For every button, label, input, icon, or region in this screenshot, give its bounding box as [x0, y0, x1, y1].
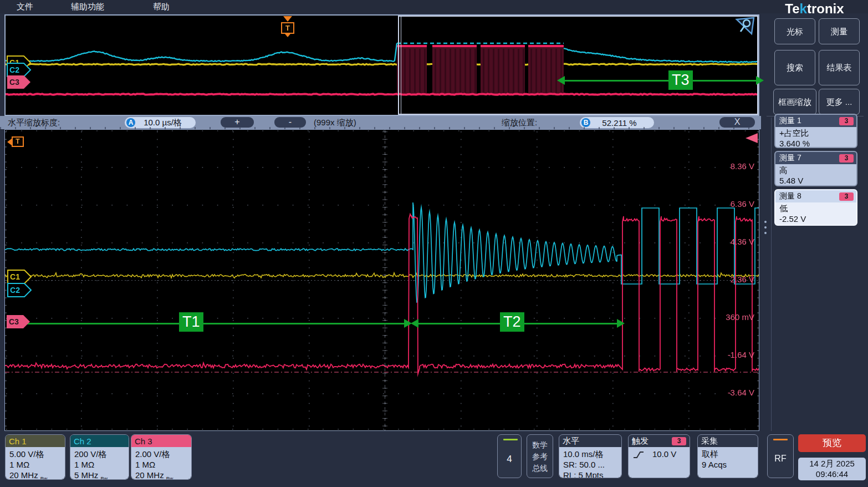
sidebar-button-1[interactable]: 测量 [819, 18, 860, 44]
channel-marker-c2[interactable]: C2 [7, 283, 33, 297]
trigger-position-marker[interactable]: T [279, 16, 296, 37]
measurement-source-chip: 3 [839, 117, 854, 125]
rising-edge-icon [632, 450, 645, 459]
channel-bandwidth: 5 MHz Bw [74, 470, 125, 480]
measurement-title: 测量 8 [779, 191, 801, 201]
zoom-position-value: 52.211 % [590, 118, 654, 128]
measurement-name: +占空比 [779, 128, 852, 138]
channel-name: Ch 3 [131, 435, 191, 447]
t1-label: T1 [179, 312, 203, 332]
voltage-readout-1: 6.36 V [699, 199, 754, 209]
channel-marker-c3[interactable]: C3 [7, 75, 32, 89]
menu-item-1[interactable]: 辅助功能 [71, 0, 104, 13]
horizontal-scale: 10.0 ms/格 [563, 449, 617, 459]
rf-color-bar [773, 439, 788, 440]
channel-bandwidth: 20 MHz Bw [135, 470, 187, 480]
menu-item-0[interactable]: 文件 [17, 0, 33, 13]
trigger-arrow-small-icon [285, 34, 290, 37]
voltage-readout-0: 8.36 V [699, 161, 754, 171]
datetime-badge[interactable]: 14 2月 2025 09:46:44 [798, 458, 866, 480]
acquisition-settings: 取样 9 Acqs [698, 447, 758, 478]
measurement-value: -2.52 V [779, 214, 852, 224]
trigger-level-arrow-icon[interactable] [746, 133, 758, 143]
voltage-readout-4: 360 mV [699, 312, 754, 322]
trigger-settings: 10.0 V [629, 447, 690, 478]
results-panel-divider [771, 118, 772, 431]
zoom-position-knob[interactable]: B 52.211 % [580, 117, 654, 128]
trigger-left-arrow-icon [7, 139, 12, 145]
math-ref-bus-label: 数学参考总线 [527, 439, 553, 474]
sidebar-button-5[interactable]: 更多 ... [819, 89, 860, 115]
zoom-position-label: 缩放位置: [502, 116, 537, 129]
preview-button[interactable]: 预览 [798, 434, 866, 452]
zoom-window[interactable] [398, 16, 758, 115]
t3-label: T3 [668, 70, 693, 90]
svg-text:C1: C1 [10, 272, 20, 281]
menu-item-2[interactable]: 帮助 [153, 0, 170, 13]
sidebar-button-2[interactable]: 搜索 [774, 50, 815, 85]
knob-b-icon: B [581, 118, 590, 127]
trigger-badge[interactable]: 触发 3 10.0 V [628, 434, 690, 478]
main-graticule: T T1 T2 8.36 V6.36 V4.36 V2.36 V360 mV-1… [4, 129, 759, 431]
zoom-factor-readout: (999x 缩放) [314, 116, 356, 129]
horizontal-badge[interactable]: 水平 10.0 ms/格 SR: 50.0 ... RL: 5 Mpts [559, 434, 622, 478]
sidebar-button-4[interactable]: 框画缩放 [773, 89, 816, 115]
channel-scale: 5.00 V/格 [9, 449, 61, 459]
svg-text:C3: C3 [9, 317, 19, 326]
zoom-scale-knob[interactable]: A 10.0 µs/格 [125, 117, 196, 128]
channel-name: Ch 2 [70, 435, 129, 447]
channel-name: Ch 1 [6, 435, 65, 447]
measurement-name: 低 [779, 203, 852, 214]
magnifier-icon[interactable] [735, 17, 756, 37]
svg-text:C3: C3 [9, 78, 19, 87]
channel-marker-c1[interactable]: C1 [7, 270, 33, 284]
measurement-badge-1[interactable]: 测量 73高5.48 V [774, 151, 857, 186]
digital-channel-badge[interactable]: 4 [497, 434, 522, 478]
t2-label: T2 [500, 312, 524, 332]
oscilloscope-screen: 文件辅助功能帮助 T T3 C1C2C3 水平缩放标度: A 10.0 µs/格… [0, 0, 868, 487]
horizontal-settings: 10.0 ms/格 SR: 50.0 ... RL: 5 Mpts [559, 447, 621, 478]
acquisition-badge[interactable]: 采集 取样 9 Acqs [697, 434, 758, 478]
panel-drag-handle[interactable] [764, 221, 767, 237]
settings-bar: 4 数学参考总线 水平 10.0 ms/格 SR: 50.0 ... RL: 5… [0, 431, 868, 487]
horizontal-zoom-bar: 水平缩放标度: A 10.0 µs/格 + - (999x 缩放) 缩放位置: … [0, 116, 761, 129]
measurement-badge-0[interactable]: 测量 13+占空比3.640 % [774, 114, 857, 148]
measurement-name: 高 [779, 165, 852, 175]
sample-rate: SR: 50.0 ... [563, 459, 617, 470]
zoom-in-button[interactable]: + [221, 117, 254, 128]
record-length: RL: 5 Mpts [563, 470, 617, 478]
zoom-scale-value: 10.0 µs/格 [135, 118, 196, 128]
measurement-title: 测量 1 [779, 116, 801, 126]
knob-a-icon: A [126, 118, 135, 127]
channel-badge-2[interactable]: Ch 2200 V/格1 MΩ5 MHz Bw [70, 434, 129, 480]
trigger-header: 触发 3 [629, 435, 690, 447]
channel-marker-c3[interactable]: C3 [6, 314, 32, 329]
zoom-scale-label: 水平缩放标度: [8, 116, 60, 129]
channel-badge-3[interactable]: Ch 32.00 V/格1 MΩ20 MHz Bw [131, 434, 192, 480]
rf-label: RF [768, 454, 793, 464]
t2-arrowhead-left [411, 319, 418, 328]
sidebar-button-3[interactable]: 结果表 [819, 50, 860, 85]
digital-channel-color-bar [503, 439, 518, 440]
trigger-offscreen-marker[interactable]: T [7, 136, 24, 147]
measurement-badge-2[interactable]: 测量 83低-2.52 V [774, 189, 857, 226]
zoom-out-button[interactable]: - [274, 117, 306, 128]
trigger-level: 10.0 V [652, 449, 676, 459]
voltage-readout-5: -1.64 V [699, 350, 754, 359]
zoom-close-button[interactable]: X [719, 117, 755, 128]
rf-badge[interactable]: RF [767, 434, 794, 478]
trigger-t-label: T [281, 22, 294, 34]
trigger-arrow-icon [283, 16, 292, 22]
measurement-value: 5.48 V [779, 175, 852, 186]
acquisition-title: 采集 [698, 435, 758, 447]
digital-channel-number: 4 [498, 454, 521, 465]
channel-impedance: 1 MΩ [135, 459, 187, 470]
menu-bar: 文件辅助功能帮助 [0, 0, 868, 13]
date-text: 14 2月 2025 [798, 458, 866, 469]
math-ref-bus-badge[interactable]: 数学参考总线 [527, 434, 553, 478]
sidebar-button-0[interactable]: 光标 [774, 18, 815, 44]
trigger-title: 触发 [632, 436, 649, 447]
channel-badge-1[interactable]: Ch 15.00 V/格1 MΩ20 MHz Bw [5, 434, 65, 480]
t1-arrow [23, 323, 405, 324]
voltage-readout-2: 4.36 V [699, 237, 754, 246]
